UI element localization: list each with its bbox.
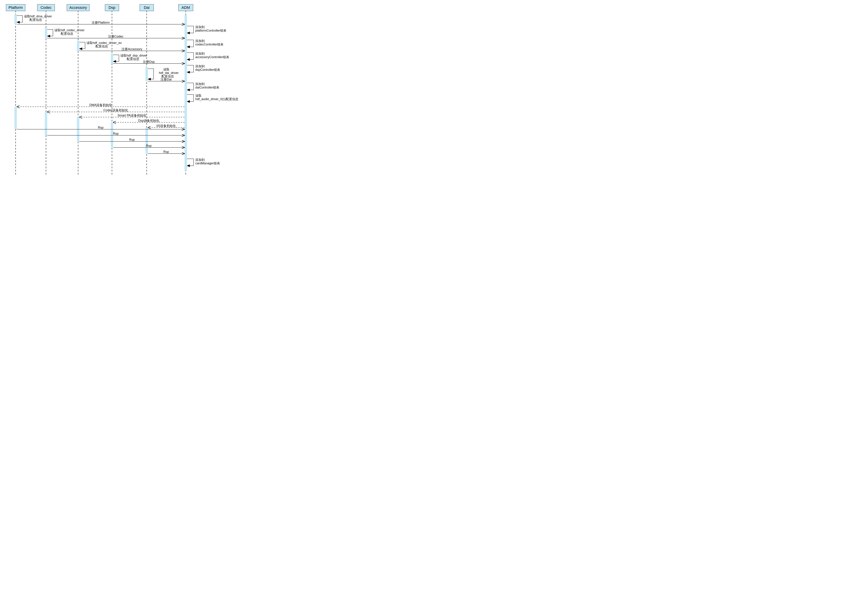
msg-init-dsp-label: Dsp设备初始化 xyxy=(138,119,160,122)
participant-accessory-label: Accessory xyxy=(69,5,87,10)
msg-init-dma-label: DMA设备初始化 xyxy=(89,103,112,107)
self-msg-dai-l2: hdf_dai_driver xyxy=(159,71,178,75)
msg-rsp-accessory-label: Rsp xyxy=(129,138,135,141)
activation-dai-2 xyxy=(145,128,148,154)
self-msg-platform xyxy=(17,16,23,22)
self-msg-dsp-l2: 配置信息 xyxy=(127,57,139,61)
self-msg-adm-card xyxy=(187,159,194,166)
msg-rsp-codec-label: Rsp xyxy=(113,132,119,135)
participant-dai-label: Dai xyxy=(144,5,150,10)
msg-rsp-dsp-label: Rsp xyxy=(146,144,152,148)
adm-add-platform-l1: 添加到 xyxy=(195,25,205,29)
activation-dsp-1 xyxy=(111,53,113,64)
activation-accessory-1 xyxy=(77,41,79,51)
activation-dai-1 xyxy=(145,67,148,81)
activation-dsp-2 xyxy=(111,122,113,148)
adm-add-accessory-l1: 添加到 xyxy=(195,52,205,55)
participant-codec-label: Codec xyxy=(41,5,52,10)
adm-read-audio-l1: 读取 xyxy=(195,94,202,97)
self-msg-accessory xyxy=(79,42,85,49)
activation-adm xyxy=(185,15,187,171)
self-msg-adm-codec xyxy=(187,40,194,47)
self-msg-dai-l3: 配置信息 xyxy=(161,75,174,78)
participant-adm-label: ADM xyxy=(181,5,190,10)
adm-add-codec-l1: 添加到 xyxy=(195,39,205,43)
msg-init-codec-label: Codec设备初始化 xyxy=(103,108,128,112)
self-msg-dsp xyxy=(113,55,119,61)
msg-rsp-platform-label: Rsp xyxy=(98,126,103,129)
adm-card-l2: cardManager链表 xyxy=(195,162,220,165)
adm-add-platform-l2: platformController链表 xyxy=(195,29,226,32)
self-msg-dsp-l1: 读取hdf_dsp_driver xyxy=(120,54,147,58)
adm-card-l1: 添加到 xyxy=(195,158,205,162)
sequence-diagram: Platform Codec Accessory Dsp Dai ADM 读取h… xyxy=(3,3,259,177)
activation-platform-2 xyxy=(14,107,17,129)
activation-codec-2 xyxy=(45,112,47,135)
participant-dsp-label: Dsp xyxy=(108,5,115,10)
activation-codec-1 xyxy=(45,28,47,38)
self-msg-accessory-l2: 配置信息 xyxy=(95,45,108,48)
adm-add-dai-l2: daiController链表 xyxy=(195,86,219,89)
self-msg-adm-audio xyxy=(187,95,194,101)
msg-reg-dsp-label: 注册Dsp xyxy=(143,60,155,64)
msg-reg-codec-label: 注册Codec xyxy=(108,35,124,38)
adm-read-audio-l2: hdf_audio_driver_0(1)配置信息 xyxy=(195,97,238,101)
msg-reg-platform-label: 注册Platform xyxy=(92,21,109,24)
self-msg-platform-l1: 读取hdf_dma_driver xyxy=(24,14,52,18)
msg-init-iis-label: IIS设备初始化 xyxy=(156,124,176,128)
participant-platform-label: Platform xyxy=(8,5,23,10)
self-msg-adm-accessory xyxy=(187,53,194,59)
adm-add-dsp-l2: dspController链表 xyxy=(195,68,220,72)
self-msg-adm-dai xyxy=(187,83,194,90)
self-msg-codec-l1: 读取hdf_codec_driver xyxy=(54,28,84,32)
self-msg-dai-l1: 读取 xyxy=(163,68,169,71)
self-msg-adm-platform xyxy=(187,26,194,33)
msg-reg-dai-label: 注册Dai xyxy=(161,78,172,81)
msg-init-smartpa-label: Smart PA设备初始化 xyxy=(117,114,146,117)
msg-rsp-dai-label: Rsp xyxy=(163,150,169,154)
activation-platform-1 xyxy=(14,14,17,24)
adm-add-dai-l1: 添加到 xyxy=(195,82,205,86)
self-msg-platform-l2: 配置信息 xyxy=(30,18,42,22)
self-msg-accessory-l1: 读取hdf_codec_driver_ex xyxy=(86,41,122,45)
self-msg-adm-dsp xyxy=(187,65,194,72)
adm-add-dsp-l1: 添加到 xyxy=(195,64,205,68)
adm-add-accessory-l2: accessoryController链表 xyxy=(195,55,229,59)
adm-add-codec-l2: codecController链表 xyxy=(195,43,224,46)
msg-reg-accessory-label: 注册Accessory xyxy=(122,47,142,51)
self-msg-dai xyxy=(148,69,154,79)
self-msg-codec xyxy=(47,30,53,36)
self-msg-codec-l2: 配置信息 xyxy=(61,32,73,35)
